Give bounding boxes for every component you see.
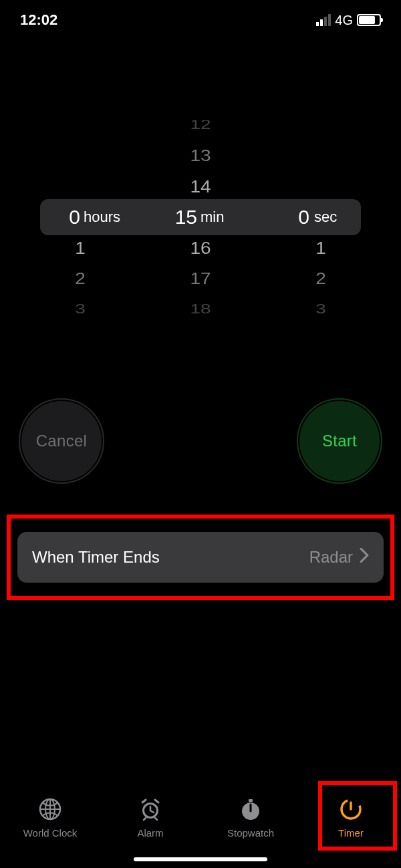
svg-rect-5 <box>249 799 253 802</box>
seconds-wheel[interactable]: 1 2 3 <box>261 120 381 314</box>
start-button-label: Start <box>322 432 357 450</box>
tab-alarm[interactable]: Alarm <box>110 797 190 839</box>
globe-icon <box>38 797 62 823</box>
tab-stopwatch-label: Stopwatch <box>227 827 274 839</box>
highlight-timer-ends: When Timer Ends Radar <box>7 515 394 600</box>
home-indicator[interactable] <box>134 857 267 861</box>
status-bar: 12:02 4G <box>0 0 401 40</box>
highlight-timer-tab <box>318 781 397 851</box>
tab-alarm-label: Alarm <box>137 827 163 839</box>
tab-world-clock-label: World Clock <box>23 827 78 839</box>
alarm-icon <box>138 797 162 823</box>
when-timer-ends-label: When Timer Ends <box>32 548 160 567</box>
chevron-right-icon <box>360 548 369 567</box>
tab-world-clock[interactable]: World Clock <box>10 797 90 839</box>
start-button[interactable]: Start <box>299 401 380 481</box>
battery-icon <box>357 14 381 26</box>
cell-signal-icon <box>316 14 331 26</box>
network-label: 4G <box>335 13 353 28</box>
cancel-button[interactable]: Cancel <box>21 401 102 481</box>
stopwatch-icon <box>239 797 263 823</box>
tab-stopwatch[interactable]: Stopwatch <box>211 797 291 839</box>
status-time: 12:02 <box>20 11 57 29</box>
cancel-button-label: Cancel <box>36 432 88 450</box>
time-picker[interactable]: 1 2 3 12 13 14 16 17 18 1 2 3 0 hours 15… <box>0 120 401 314</box>
when-timer-ends-value: Radar <box>309 548 353 567</box>
hours-wheel[interactable]: 1 2 3 <box>20 120 140 314</box>
minutes-wheel[interactable]: 12 13 14 16 17 18 <box>140 120 261 314</box>
when-timer-ends-row[interactable]: When Timer Ends Radar <box>17 532 384 583</box>
